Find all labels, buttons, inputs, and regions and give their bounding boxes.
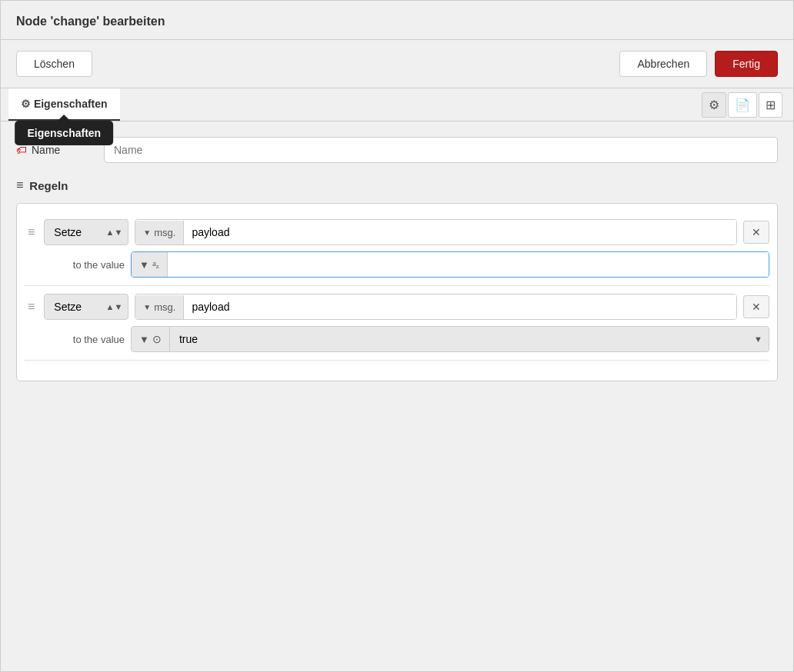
toolbar: Löschen Abbrechen Fertig — [1, 40, 793, 88]
msg-type-label: msg. — [154, 301, 175, 313]
tabs-bar: ⚙ Eigenschaften Eigenschaften ⚙ 📄 ⊞ — [1, 88, 793, 121]
name-field-row: 🏷 Name — [16, 137, 778, 163]
value-dropdown-arrow-icon: ▼ — [139, 259, 149, 271]
msg-type-label: msg. — [154, 227, 175, 238]
tag-icon: 🏷 — [16, 144, 27, 156]
name-label-text: Name — [32, 144, 60, 156]
drag-handle-icon[interactable]: ≡ — [25, 224, 38, 241]
done-button[interactable]: Fertig — [715, 51, 778, 77]
rule-block: ≡ Setze ▲▼ ▼ msg. ✕ — [25, 211, 769, 286]
value-input-wrapper: ▼ az — [131, 251, 769, 278]
tab-eigenschaften[interactable]: ⚙ Eigenschaften Eigenschaften — [8, 88, 120, 121]
tooltip-bubble: Eigenschaften — [15, 121, 113, 145]
main-content: 🏷 Name ≡ Regeln ≡ Setze ▲▼ — [1, 121, 793, 397]
bool-type-button[interactable]: ▼ ⊙ — [132, 327, 170, 351]
rule-top-row: ≡ Setze ▲▼ ▼ msg. ✕ — [25, 294, 769, 320]
rule-delete-button[interactable]: ✕ — [743, 295, 769, 318]
gear-icon: ⚙ — [21, 98, 31, 110]
to-the-value-label: to the value — [48, 334, 125, 345]
regeln-section-title: ≡ Regeln — [16, 178, 778, 192]
regeln-label: Regeln — [29, 179, 68, 192]
to-the-value-label: to the value — [48, 259, 125, 271]
dropdown-arrow-icon: ▼ — [143, 303, 151, 311]
value-type-icon: az — [152, 258, 159, 270]
tab-label: Eigenschaften — [34, 98, 108, 110]
tab-description-button[interactable]: 📄 — [728, 92, 757, 118]
rules-container: ≡ Setze ▲▼ ▼ msg. ✕ — [16, 203, 778, 381]
value-dropdown-arrow-icon: ▼ — [139, 334, 149, 345]
msg-field-input[interactable] — [184, 220, 736, 245]
bool-circle-icon: ⊙ — [152, 333, 162, 345]
msg-field-wrapper: ▼ msg. — [135, 294, 737, 320]
bool-select-wrapper: true false ▼ — [170, 327, 769, 351]
value-type-button[interactable]: ▼ az — [132, 252, 168, 276]
name-input[interactable] — [104, 137, 778, 163]
rule-action-wrapper: Setze ▲▼ — [44, 294, 128, 320]
rule-value-row: to the value ▼ ⊙ true false ▼ — [25, 326, 769, 352]
rule-value-row: to the value ▼ az — [25, 251, 769, 278]
rule-block: ≡ Setze ▲▼ ▼ msg. ✕ — [25, 286, 769, 361]
value-text-input[interactable] — [168, 252, 769, 277]
tab-settings-button[interactable]: ⚙ — [702, 92, 726, 118]
rule-block-empty — [25, 361, 769, 373]
msg-field-input[interactable] — [184, 294, 736, 319]
panel-title: Node 'change' bearbeiten — [1, 1, 793, 40]
rule-action-wrapper: Setze ▲▼ — [44, 219, 128, 245]
drag-handle-icon[interactable]: ≡ — [25, 298, 38, 315]
bool-value-select[interactable]: true false — [170, 327, 769, 351]
list-icon: ≡ — [16, 178, 23, 192]
tab-export-button[interactable]: ⊞ — [759, 92, 782, 118]
rule-delete-button[interactable]: ✕ — [743, 221, 769, 244]
name-field-label: 🏷 Name — [16, 144, 93, 156]
msg-field-wrapper: ▼ msg. — [135, 219, 737, 245]
delete-button[interactable]: Löschen — [16, 51, 92, 77]
msg-type-button[interactable]: ▼ msg. — [135, 221, 184, 245]
tab-action-icons: ⚙ 📄 ⊞ — [702, 92, 782, 118]
rule-action-select[interactable]: Setze — [44, 294, 128, 320]
rule-action-select[interactable]: Setze — [44, 219, 128, 245]
cancel-button[interactable]: Abbrechen — [619, 51, 707, 77]
bool-value-wrapper: ▼ ⊙ true false ▼ — [131, 326, 769, 352]
rule-top-row: ≡ Setze ▲▼ ▼ msg. ✕ — [25, 219, 769, 245]
msg-type-button[interactable]: ▼ msg. — [135, 295, 184, 319]
dropdown-arrow-icon: ▼ — [143, 228, 151, 237]
